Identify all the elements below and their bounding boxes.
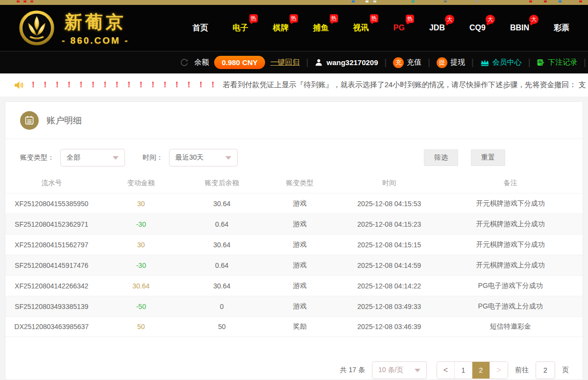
member-center-label: 会员中心: [492, 58, 522, 67]
nav-label: JDB: [429, 24, 445, 32]
cell-remark: PG电子游戏上分成功: [438, 302, 583, 311]
chevron-down-icon: [415, 369, 420, 372]
cell-type: 游戏: [259, 199, 340, 208]
pagination: 共 17 条 10 条/页 < 1 2 > 前往 页: [5, 337, 583, 379]
cell-balance: 0.64: [184, 261, 259, 269]
table-row: XF25120804155385950 30 30.64 游戏 2025-12-…: [5, 193, 583, 214]
refresh-balance-icon[interactable]: [180, 58, 189, 67]
cell-time: 2025-12-08 04:15:15: [340, 241, 438, 249]
table-row: SF25120804152362971 -30 0.64 游戏 2025-12-…: [5, 214, 583, 234]
hot-badge: 热: [249, 14, 258, 23]
user-ident: wang32170209: [315, 58, 378, 67]
table-row: DX25120803463985637 50 50 奖励 2025-12-08 …: [5, 316, 583, 337]
nav-item-slots[interactable]: 电子 热: [233, 23, 248, 33]
member-center-link[interactable]: 会员中心: [480, 58, 522, 67]
time-filter-label: 时间：: [143, 153, 163, 162]
filter-button[interactable]: 筛选: [424, 149, 458, 166]
site-header: 新葡京 - 860.COM - 首页 电子 热 棋牌 热 捕鱼 热 视讯 热: [0, 5, 588, 51]
col-header-time: 时间: [340, 179, 438, 188]
cell-remark: 开元棋牌游戏下分成功: [438, 240, 583, 249]
hot-badge: 热: [290, 14, 298, 23]
type-filter-label: 账变类型：: [20, 153, 54, 162]
cell-amount: -30: [98, 220, 184, 228]
site-logo[interactable]: 新葡京 - 860.COM -: [19, 10, 129, 46]
big-badge: 大: [486, 15, 495, 24]
goto-page-input[interactable]: [536, 361, 555, 379]
time-select[interactable]: 最近30天: [169, 149, 238, 166]
pager: < 1 2 >: [437, 361, 508, 379]
cell-serial: XF25120804155385950: [5, 200, 98, 208]
divider: |: [385, 57, 387, 68]
page: 新葡京 - 860.COM - 首页 电子 热 棋牌 热 捕鱼 热 视讯 热: [0, 0, 588, 380]
type-select[interactable]: 全部: [60, 149, 125, 166]
nav-item-jdb[interactable]: JDB 大: [429, 24, 445, 32]
type-select-value: 全部: [67, 153, 80, 162]
nav-label: 首页: [193, 24, 208, 32]
page-size-value: 10 条/页: [378, 366, 403, 375]
prev-page-button[interactable]: <: [437, 362, 455, 379]
hot-badge: 热: [370, 14, 378, 23]
bet-record-icon: [537, 58, 545, 67]
cell-amount: 30.64: [98, 282, 184, 290]
cell-time: 2025-12-08 04:15:53: [340, 200, 438, 208]
nav-item-home[interactable]: 首页: [193, 23, 208, 33]
page-size-select[interactable]: 10 条/页: [372, 361, 427, 379]
cell-serial: DX25120803463985637: [5, 323, 98, 331]
nav-label: 捕鱼: [313, 24, 329, 32]
cell-balance: 0.64: [184, 220, 259, 228]
cell-remark: 短信特邀彩金: [438, 322, 583, 331]
card-title-row: 账户明细: [5, 102, 583, 139]
table-header-row: 流水号 变动金额 账变后余额 账变类型 时间 备注: [5, 173, 583, 193]
balance-value[interactable]: 0.980 CNY: [214, 56, 265, 69]
nav-item-cq9[interactable]: CQ9 大: [469, 24, 486, 32]
deposit-button[interactable]: 充 充值: [393, 57, 421, 68]
cell-remark: 开元棋牌游戏下分成功: [438, 199, 583, 208]
cell-serial: XF25120804142266342: [5, 282, 98, 290]
reset-button[interactable]: 重置: [471, 149, 505, 166]
cell-time: 2025-12-08 04:14:22: [340, 282, 438, 290]
cell-type: 游戏: [259, 220, 340, 229]
cell-type: 游戏: [259, 240, 340, 249]
col-header-type: 账变类型: [259, 179, 340, 188]
user-icon: [315, 58, 323, 67]
nav-item-live[interactable]: 视讯 热: [353, 23, 369, 33]
total-count: 共 17 条: [340, 366, 365, 375]
username: wang32170209: [326, 58, 378, 67]
nav-item-bbin[interactable]: BBIN 大: [510, 24, 529, 32]
nav-label: PG: [393, 24, 405, 32]
cell-serial: SF25120803493385139: [5, 303, 98, 310]
cell-serial: SF25120804145917476: [5, 261, 98, 269]
cell-serial: SF25120804152362971: [5, 220, 98, 228]
bet-records-link[interactable]: 下注记录: [537, 58, 577, 67]
balance-label: 余额: [194, 58, 209, 67]
notice-exclamations: ！ ！ ！ ！ ！ ！ ！ ！ ！ ！ ！ ！ ！ ！ ！ ！: [29, 80, 218, 90]
big-badge: 大: [445, 15, 454, 24]
one-key-return-link[interactable]: 一键回归: [270, 58, 300, 67]
hot-badge: 热: [406, 15, 414, 23]
cell-time: 2025-12-08 03:49:33: [340, 303, 438, 310]
page-button-1[interactable]: 1: [455, 362, 472, 379]
logo-emblem-icon: [19, 10, 55, 46]
col-header-balance: 账变后余额: [184, 179, 259, 188]
chevron-down-icon: [225, 156, 231, 160]
cell-type: 游戏: [259, 302, 340, 311]
nav-item-pg[interactable]: PG 热: [393, 24, 405, 32]
next-page-button[interactable]: >: [490, 362, 508, 379]
table-row: SF25120804145917476 -30 0.64 游戏 2025-12-…: [5, 255, 583, 275]
cell-remark: 开元棋牌游戏上分成功: [438, 261, 583, 270]
page-title: 账户明细: [47, 115, 82, 126]
time-select-value: 最近30天: [175, 153, 204, 162]
withdraw-button[interactable]: 提 提现: [437, 57, 465, 68]
withdraw-label: 提现: [450, 58, 465, 67]
nav-item-fishing[interactable]: 捕鱼 热: [313, 23, 329, 33]
cell-balance: 0: [184, 303, 259, 310]
page-button-2-active[interactable]: 2: [472, 362, 490, 379]
cell-balance: 30.64: [184, 200, 259, 208]
bet-records-label: 下注记录: [548, 58, 577, 67]
nav-item-cards[interactable]: 棋牌 热: [273, 23, 289, 33]
crown-icon: [480, 58, 490, 67]
cell-type: 游戏: [259, 261, 340, 270]
nav-item-lottery[interactable]: 彩票: [554, 23, 569, 33]
speaker-icon: [14, 80, 24, 90]
cell-time: 2025-12-08 04:15:23: [340, 220, 438, 228]
